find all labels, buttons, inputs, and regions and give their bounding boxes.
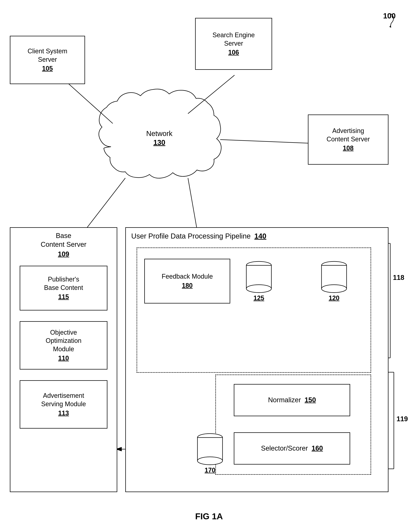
feedback-module-id: 180 — [182, 282, 193, 290]
selector-scorer-label: Selector/Scorer 160 — [261, 444, 323, 453]
svg-line-7 — [86, 178, 125, 229]
figure-ref-100: 100 — [375, 11, 396, 30]
db-120-svg — [320, 260, 348, 296]
db-125-svg — [244, 260, 273, 296]
cloud-network: Network 130 — [99, 89, 221, 178]
db-170-label: 170 — [205, 466, 215, 475]
pipeline-title: User Profile Data Processing Pipeline 14… — [126, 228, 272, 244]
dashed-box-119: Normalizer 150 Selector/Scorer 160 — [215, 374, 371, 475]
search-engine-server-label: Search Engine Server — [212, 31, 255, 48]
db-170-svg — [196, 432, 224, 468]
db-120: 120 — [320, 258, 348, 304]
normalizer-box: Normalizer 150 — [234, 384, 350, 416]
svg-line-4 — [188, 75, 234, 114]
objective-optimization-id: 110 — [58, 354, 69, 362]
advertising-content-server-box: Advertising Content Server 108 — [308, 114, 388, 165]
advertising-content-server-id: 108 — [343, 144, 354, 152]
feedback-module-label: Feedback Module — [162, 272, 213, 281]
search-engine-server-id: 106 — [228, 48, 239, 57]
svg-point-36 — [197, 457, 222, 465]
selector-scorer-box: Selector/Scorer 160 — [234, 432, 350, 464]
normalizer-label: Normalizer 150 — [268, 396, 316, 404]
base-content-server-id: 109 — [41, 250, 86, 259]
ref-119: 119 — [396, 415, 408, 423]
advertisement-serving-box: Advertisement Serving Module 113 — [20, 380, 107, 429]
client-system-server-label: Client System Server — [28, 47, 67, 64]
publishers-base-content-id: 115 — [58, 293, 69, 301]
dashed-box-118: Feedback Module 180 125 120 — [137, 248, 371, 373]
svg-text:Network: Network — [146, 130, 173, 137]
diagram: Network 130 — [0, 0, 418, 532]
client-system-server-box: Client System Server 105 — [10, 36, 85, 84]
advertising-content-server-label: Advertising Content Server — [326, 127, 370, 144]
svg-line-6 — [220, 140, 308, 143]
advertisement-serving-label: Advertisement Serving Module — [41, 392, 86, 408]
db-120-label: 120 — [329, 294, 339, 302]
svg-line-8 — [188, 178, 197, 229]
svg-point-30 — [246, 285, 271, 293]
ref-118: 118 — [393, 274, 404, 282]
publishers-base-content-label: Publisher's Base Content — [44, 275, 83, 292]
db-125-label: 125 — [254, 294, 264, 302]
search-engine-server-box: Search Engine Server 106 — [195, 18, 272, 70]
objective-optimization-box: Objective Optimization Module 110 — [20, 321, 107, 370]
base-content-server-label: Base Content Server — [41, 232, 86, 248]
db-170: 170 — [196, 430, 224, 476]
base-content-server-outer-box: Base Content Server 109 Publisher's Base… — [10, 227, 117, 492]
db-125: 125 — [244, 258, 273, 304]
svg-text:130: 130 — [153, 138, 165, 146]
svg-marker-27 — [389, 25, 391, 28]
svg-point-33 — [322, 285, 347, 293]
feedback-module-box: Feedback Module 180 — [144, 259, 230, 304]
ref-100-label: 100 — [383, 12, 396, 20]
client-system-server-id: 105 — [42, 64, 53, 73]
objective-optimization-label: Objective Optimization Module — [46, 328, 81, 353]
publishers-base-content-box: Publisher's Base Content 115 — [20, 266, 107, 310]
advertisement-serving-id: 113 — [58, 409, 69, 418]
figure-label: FIG 1A — [195, 511, 223, 521]
pipeline-outer-box: User Profile Data Processing Pipeline 14… — [125, 227, 388, 492]
